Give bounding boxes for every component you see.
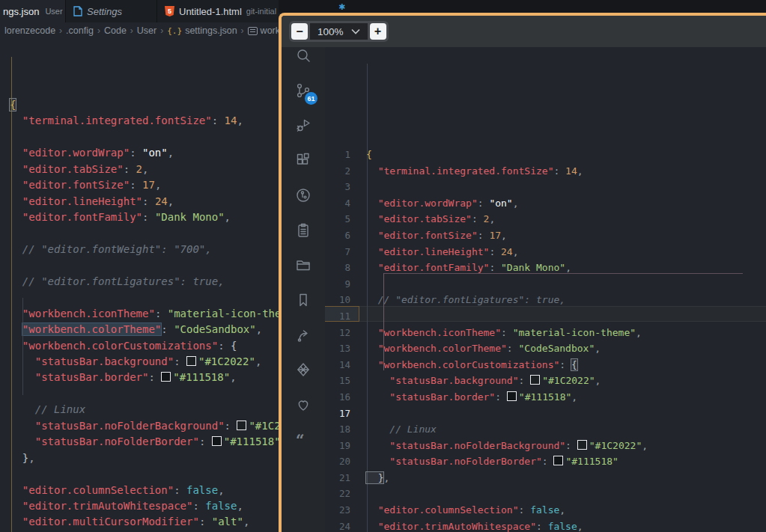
breadcrumb-separator: › — [241, 25, 244, 36]
code-token: : — [565, 440, 577, 451]
html5-icon: 5 — [165, 6, 174, 16]
debug-icon[interactable] — [294, 116, 312, 134]
code-token: , — [237, 114, 243, 126]
share-icon[interactable] — [294, 326, 312, 344]
git-commit-icon[interactable] — [294, 186, 312, 204]
code-line — [0, 257, 279, 273]
line-number: 2 — [325, 163, 350, 180]
heart-icon[interactable] — [294, 396, 312, 414]
code-token: "editor.wordWrap" — [366, 198, 478, 209]
breadcrumb-item-Code[interactable]: Code — [104, 25, 127, 36]
code-token: "#111518" — [565, 456, 618, 467]
code-token: : — [192, 500, 205, 512]
code-line: }, — [0, 450, 279, 466]
code-line: "editor.tabSize": 2, — [0, 162, 279, 177]
code-token: : — [174, 355, 186, 367]
code-token: : — [199, 516, 212, 528]
code-token: { — [571, 359, 577, 370]
code-token: false — [530, 504, 559, 516]
code-line: 15 "statusBar.background": "#1C2022", — [325, 373, 766, 389]
code-token: "statusBar.background" — [366, 375, 519, 386]
code-token: 17 — [489, 230, 501, 241]
code-token: "editor.trimAutoWhitespace" — [10, 500, 192, 512]
breadcrumb-item-User[interactable]: User — [137, 25, 156, 36]
color-swatch[interactable] — [186, 356, 196, 366]
code-token: "terminal.integrated.fontSize" — [10, 114, 212, 126]
breadcrumb-item--config[interactable]: .config — [66, 25, 94, 36]
checklist-icon[interactable] — [294, 221, 312, 239]
zoom-out-button[interactable]: − — [291, 23, 308, 40]
code-token: : — [124, 163, 136, 175]
quote-icon[interactable]: “ — [294, 431, 312, 449]
extensions-icon[interactable] — [294, 151, 312, 169]
line-number: 20 — [325, 453, 350, 470]
code-token: , — [577, 165, 583, 177]
code-token: "editor.columnSelection" — [366, 504, 519, 516]
code-line: "workbench.iconTheme": "material-icon-th… — [0, 306, 279, 322]
code-token: , — [383, 472, 389, 483]
code-token: "editor.fontFamily" — [366, 262, 489, 273]
code-token: , — [28, 452, 34, 464]
line-number: 5 — [325, 211, 350, 227]
code-token: } — [366, 472, 383, 483]
code-token: "Dank Mono" — [155, 211, 225, 223]
code-token: : — [553, 165, 565, 177]
color-swatch[interactable] — [237, 421, 246, 430]
code-line: // Linux — [0, 402, 279, 418]
color-swatch[interactable] — [553, 456, 563, 465]
code-line: 5 "editor.tabSize": 2, — [325, 211, 766, 227]
breadcrumb: lorenzecode›.config›Code›User›{.}setting… — [0, 22, 283, 39]
git-status-label: git-initial — [246, 7, 276, 16]
bookmark-icon[interactable] — [294, 291, 312, 309]
code-token: : — [212, 114, 225, 126]
breadcrumb-item-workb[interactable]: workb — [248, 25, 283, 36]
code-token: "on" — [142, 147, 168, 159]
code-token: "editor.lineHeight" — [366, 246, 489, 257]
color-swatch[interactable] — [530, 375, 540, 385]
code-token: "editor.trimAutoWhitespace" — [366, 521, 536, 532]
code-line: 12 "workbench.iconTheme": "material-icon… — [325, 325, 766, 341]
color-swatch[interactable] — [507, 391, 517, 401]
zoom-level-select[interactable]: 100% — [310, 23, 368, 40]
code-token: , — [225, 211, 231, 223]
tab-label: Untitled-1.html — [179, 6, 242, 17]
code-token: : — [130, 179, 142, 191]
line-number: 22 — [325, 486, 350, 502]
code-line — [0, 386, 279, 402]
code-line: "statusBar.border": "#111518", — [0, 370, 279, 385]
zoom-in-button[interactable]: + — [370, 23, 386, 40]
code-token: // "editor.fontLigatures": true, — [10, 275, 225, 287]
color-swatch[interactable] — [577, 440, 587, 450]
color-swatch[interactable] — [161, 372, 171, 382]
code-token: false — [205, 500, 237, 512]
folder-icon[interactable] — [294, 256, 312, 274]
tab-settings-json[interactable]: ngs.json User × — [0, 0, 66, 22]
gem-icon[interactable] — [294, 361, 312, 379]
zoom-level-value: 100% — [317, 26, 344, 37]
code-line: "editor.fontSize": 17, — [0, 177, 279, 193]
code-token: } — [10, 452, 28, 464]
code-line: "editor.trimAutoWhitespace": false, — [0, 498, 279, 514]
color-swatch[interactable] — [212, 436, 222, 446]
code-token: "#111518" — [224, 435, 279, 447]
code-token: , — [565, 262, 571, 273]
code-line: 9 — [325, 276, 766, 293]
tab-settings-ui[interactable]: Settings — [66, 0, 157, 22]
code-token: , — [577, 521, 583, 532]
code-token: "workbench.colorCustomizations" — [10, 340, 218, 352]
code-token: 2 — [136, 163, 142, 175]
code-token: // Linux — [366, 424, 437, 435]
breadcrumb-item-settings-json[interactable]: {.}settings.json — [167, 25, 237, 36]
line-number: 12 — [325, 325, 350, 341]
code-token: "statusBar.noFolderBackground" — [366, 440, 565, 451]
breadcrumb-label: settings.json — [185, 25, 237, 36]
code-token: : — [507, 343, 519, 354]
code-line: "statusBar.noFolderBorder": "#111518" — [0, 434, 279, 450]
code-token: "on" — [489, 198, 512, 209]
left-editor: { "terminal.integrated.fontSize": 14, "e… — [0, 39, 279, 532]
code-token: "statusBar.noFolderBorder" — [366, 456, 542, 467]
line-number: 1 — [325, 147, 350, 163]
search-icon[interactable] — [294, 46, 312, 64]
breadcrumb-item-lorenzecode[interactable]: lorenzecode — [4, 25, 55, 36]
preview-body: 61“ 1{2 "terminal.integrated.fontSize": … — [282, 47, 766, 532]
